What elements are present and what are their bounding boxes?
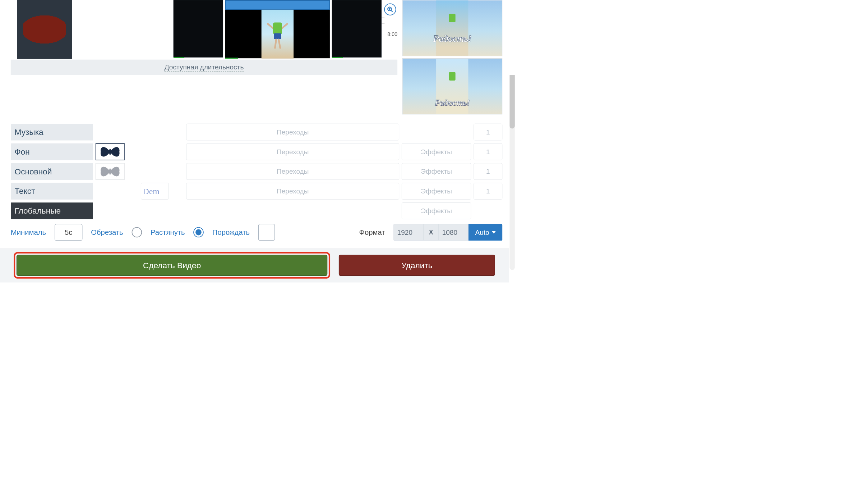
svg-point-4 xyxy=(109,148,111,155)
format-x: X xyxy=(424,224,439,241)
video-clip-group xyxy=(174,0,382,59)
transitions-button[interactable]: Переходы xyxy=(186,143,399,160)
layer-label-global[interactable]: Глобальные xyxy=(11,202,93,219)
layer-label-music[interactable]: Музыка xyxy=(11,124,93,140)
audio-waveform-clip[interactable] xyxy=(17,0,72,59)
layer-count: 1 xyxy=(474,124,502,140)
clip-image xyxy=(262,10,294,59)
time-ruler: 8:00 10:00 xyxy=(380,0,397,67)
layer-count: 1 xyxy=(474,183,502,199)
preview-thumbnail-1[interactable]: Радость! xyxy=(402,0,502,56)
layer-row-background: Фон Переходы Эффекты 1 xyxy=(11,142,502,162)
format-width-input[interactable] xyxy=(393,224,423,241)
layer-label-main[interactable]: Основной xyxy=(11,163,93,180)
crop-radio[interactable] xyxy=(132,227,142,238)
options-row: Минималь Обрезать Растянуть Порождать Фо… xyxy=(11,224,502,241)
butterfly-icon xyxy=(98,164,122,178)
transitions-button[interactable]: Переходы xyxy=(186,183,399,199)
caret-down-icon xyxy=(492,231,496,234)
svg-line-1 xyxy=(391,10,392,12)
transitions-button[interactable]: Переходы xyxy=(186,163,399,180)
layer-label-background[interactable]: Фон xyxy=(11,143,93,160)
svg-point-5 xyxy=(109,168,111,175)
layer-row-main: Основной Переходы Эффекты 1 xyxy=(11,161,502,181)
effects-button[interactable]: Эффекты xyxy=(402,143,471,160)
format-label: Формат xyxy=(359,228,385,236)
layer-row-global: Глобальные Эффекты xyxy=(11,201,502,221)
thumbnail-overlay-text: Радость! xyxy=(402,33,502,44)
layer-row-text: Текст Dem Переходы Эффекты 1 xyxy=(11,181,502,201)
video-clip-preview[interactable] xyxy=(225,0,330,58)
action-bar: Сделать Видео Удалить xyxy=(0,248,509,282)
layer-count: 1 xyxy=(474,163,502,180)
time-tick-8: 8:00 xyxy=(387,31,397,37)
format-auto-label: Auto xyxy=(475,228,489,236)
zoom-in-button[interactable] xyxy=(384,4,396,15)
crop-label: Обрезать xyxy=(91,228,123,236)
stretch-label: Растянуть xyxy=(151,228,185,236)
wait-checkbox[interactable] xyxy=(258,224,275,241)
effects-button[interactable]: Эффекты xyxy=(402,163,471,180)
make-video-highlight: Сделать Видео xyxy=(14,252,330,279)
clip-right-pad[interactable] xyxy=(332,0,382,58)
layer-count: 1 xyxy=(474,143,502,160)
main-thumb[interactable] xyxy=(96,163,125,180)
min-label: Минималь xyxy=(11,228,46,236)
delete-button[interactable]: Удалить xyxy=(339,255,495,276)
min-duration-input[interactable] xyxy=(55,224,82,241)
clip-left-pad[interactable] xyxy=(174,0,223,58)
layers-panel: Музыка Переходы 1 Фон Переходы Эффекты 1… xyxy=(11,122,502,221)
stretch-radio[interactable] xyxy=(193,227,204,238)
effects-button[interactable]: Эффекты xyxy=(402,183,471,199)
make-video-button[interactable]: Сделать Видео xyxy=(17,255,327,276)
format-group: X Auto xyxy=(393,224,502,241)
effects-button[interactable]: Эффекты xyxy=(402,202,471,219)
wait-label: Порождать xyxy=(212,228,250,236)
background-thumb[interactable] xyxy=(96,143,125,160)
butterfly-icon xyxy=(98,145,122,159)
clip-selection-bar[interactable] xyxy=(225,0,330,10)
text-thumb[interactable]: Dem xyxy=(141,183,168,199)
layer-row-music: Музыка Переходы 1 xyxy=(11,122,502,142)
layer-label-text[interactable]: Текст xyxy=(11,183,93,199)
thumbnail-overlay-text: Радость! xyxy=(402,97,502,108)
available-duration-bar: Доступная длительность xyxy=(11,60,397,75)
zoom-in-icon xyxy=(387,6,393,13)
format-auto-dropdown[interactable]: Auto xyxy=(468,224,502,241)
format-height-input[interactable] xyxy=(439,224,468,241)
preview-thumbnail-2[interactable]: Радость! xyxy=(402,58,502,114)
transitions-button[interactable]: Переходы xyxy=(186,124,399,140)
available-duration-link[interactable]: Доступная длительность xyxy=(165,63,244,72)
